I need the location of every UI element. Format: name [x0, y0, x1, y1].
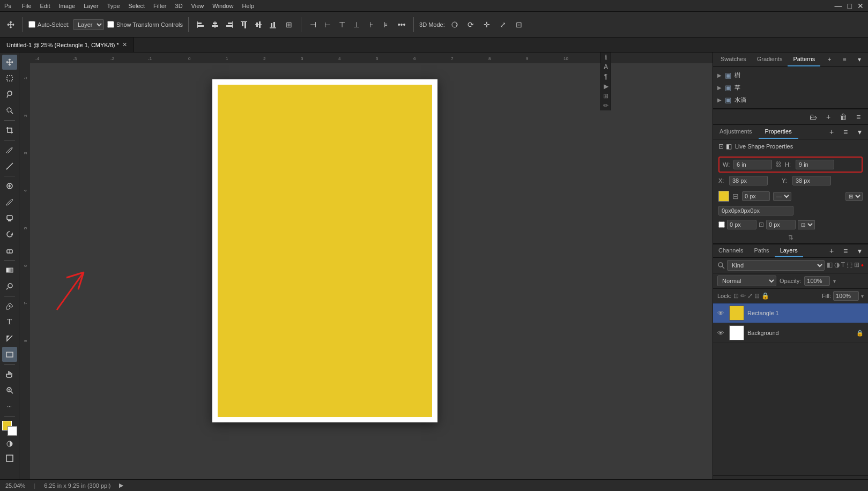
corner-link-checkbox[interactable] [718, 221, 725, 228]
fill-arrow[interactable]: ▾ [861, 293, 864, 299]
tab-paths[interactable]: Paths [748, 244, 774, 257]
tool-measure[interactable] [2, 159, 17, 174]
filter-shape-icon[interactable]: ⬚ [847, 261, 852, 270]
prop-collapse-btn[interactable]: ▾ [853, 125, 866, 138]
maximize-btn[interactable]: □ [848, 2, 852, 10]
double-arrow-icon[interactable]: ⇅ [788, 234, 793, 241]
layers-settings-btn[interactable]: ≡ [839, 244, 852, 257]
panel-collapse-btn[interactable]: ▾ [853, 53, 866, 66]
tool-eyedropper[interactable] [2, 143, 17, 158]
char-panel-icon[interactable]: A [601, 62, 611, 72]
lock-artboard-icon[interactable]: ⊟ [754, 292, 760, 300]
transform-icon-1[interactable]: ⊡ [718, 143, 724, 150]
tool-more[interactable]: ··· [2, 399, 17, 414]
tool-shape[interactable] [2, 347, 17, 362]
transform-icon-2[interactable]: ◧ [726, 143, 732, 150]
menu-layer[interactable]: Layer [84, 3, 99, 9]
h-input[interactable] [796, 160, 834, 169]
move-tool-btn[interactable] [4, 19, 17, 30]
filter-pixel-icon[interactable]: ◧ [827, 261, 833, 270]
corner-r1-input[interactable] [727, 220, 756, 229]
3d-roll-btn[interactable]: ⟳ [464, 18, 477, 31]
tool-crop[interactable] [2, 123, 17, 138]
3d-slide-btn[interactable]: ⤢ [496, 18, 509, 31]
tool-hand[interactable] [2, 367, 17, 382]
align-bottom-btn[interactable] [266, 18, 279, 31]
align-left-btn[interactable] [194, 18, 207, 31]
dist-top-btn[interactable]: ⊥ [350, 18, 363, 31]
play-icon[interactable]: ▶ [601, 81, 611, 91]
canvas-scroll[interactable] [30, 63, 713, 491]
tool-heal[interactable] [2, 178, 17, 194]
w-input[interactable] [733, 160, 772, 169]
menu-edit[interactable]: Edit [40, 3, 50, 9]
layers-add-btn[interactable]: + [825, 244, 838, 257]
show-transform-input[interactable] [107, 21, 114, 28]
tab-channels[interactable]: Channels [713, 244, 748, 257]
tool-history-brush[interactable] [2, 227, 17, 242]
actions-icon[interactable]: ⊞ [601, 91, 611, 101]
tool-gradient[interactable] [2, 263, 17, 278]
align-center-v-btn[interactable] [252, 18, 265, 31]
show-transform-checkbox[interactable]: Show Transform Controls [107, 21, 183, 28]
menu-window[interactable]: Window [212, 3, 233, 9]
stroke-width-input[interactable] [742, 191, 770, 201]
panel-expand-btn[interactable]: ≡ [852, 110, 865, 123]
panel-folder-btn[interactable]: 🗁 [807, 110, 820, 123]
menu-filter[interactable]: Filter [153, 3, 166, 9]
3d-rotate-btn[interactable] [448, 18, 461, 31]
tool-type[interactable]: T [2, 315, 17, 330]
pattern-group-1[interactable]: ▶ ▣ 樹 [713, 69, 868, 81]
pattern-group-2[interactable]: ▶ ▣ 草 [713, 81, 868, 94]
color-boxes[interactable] [2, 421, 17, 436]
menu-select[interactable]: Select [129, 3, 145, 9]
screen-mode-btn[interactable] [2, 451, 17, 466]
y-input[interactable] [792, 176, 831, 185]
dist-right-btn[interactable]: ⊤ [336, 18, 348, 31]
more-options-btn[interactable]: ••• [395, 18, 408, 31]
layer-item-rectangle1[interactable]: 👁 Rectangle 1 [713, 303, 868, 323]
3d-pan-btn[interactable]: ✛ [480, 18, 493, 31]
lock-pixel-icon[interactable]: ⊡ [733, 292, 739, 300]
panel-delete-btn[interactable]: 🗑 [837, 110, 850, 123]
distribute-btn[interactable]: ⊞ [283, 18, 295, 31]
layer-filter-select[interactable]: Kind [727, 260, 825, 271]
tool-brush[interactable] [2, 195, 17, 210]
dist-left-btn[interactable]: ⊣ [307, 18, 320, 31]
opacity-input[interactable] [804, 276, 830, 286]
tab-adjustments[interactable]: Adjustments [713, 125, 759, 139]
pattern-group-3[interactable]: ▶ ▣ 水滴 [713, 94, 868, 106]
status-arrow[interactable]: ▶ [119, 482, 123, 489]
tool-quick-select[interactable] [2, 103, 17, 118]
para-icon[interactable]: ¶ [601, 72, 611, 81]
tab-swatches[interactable]: Swatches [715, 53, 752, 66]
tool-stamp[interactable] [2, 211, 17, 226]
background-color[interactable] [8, 426, 17, 436]
lock-draw-icon[interactable]: ✏ [740, 292, 746, 300]
opacity-arrow[interactable]: ▾ [833, 278, 836, 284]
dist-bottom-btn[interactable]: ⊧ [379, 18, 392, 31]
3d-scale-btn[interactable]: ⊡ [513, 18, 525, 31]
tool-path-select[interactable] [2, 331, 17, 346]
auto-select-select[interactable]: Layer [73, 19, 104, 30]
lock-all-icon[interactable]: 🔒 [761, 292, 769, 300]
menu-3d[interactable]: 3D [175, 3, 183, 9]
tool-pen[interactable] [2, 299, 17, 314]
dist-center-btn[interactable]: ⊢ [321, 18, 334, 31]
prop-settings-btn[interactable]: ≡ [839, 125, 852, 138]
prop-add-btn[interactable]: + [825, 125, 838, 138]
tab-layers[interactable]: Layers [775, 244, 803, 257]
stroke-align-select[interactable]: ⊞ [845, 192, 863, 201]
align-center-h-btn[interactable] [209, 18, 221, 31]
tool-lasso[interactable] [2, 87, 17, 102]
minimize-btn[interactable]: — [835, 2, 842, 10]
filter-adjustment-icon[interactable]: ◑ [834, 261, 840, 270]
fill-input[interactable] [833, 291, 859, 301]
layer-eye-rectangle1[interactable]: 👁 [717, 309, 726, 317]
layer-item-background[interactable]: 👁 Background 🔒 [713, 323, 868, 343]
auto-select-input[interactable] [28, 21, 35, 28]
tab-close-btn[interactable]: ✕ [122, 41, 127, 48]
menu-image[interactable]: Image [59, 3, 76, 9]
fill-mask-icon[interactable]: ⊟ [732, 192, 739, 200]
active-tab[interactable]: Untitled-1 @ 25% (Rectangle 1, CMYK/8) *… [0, 38, 134, 52]
